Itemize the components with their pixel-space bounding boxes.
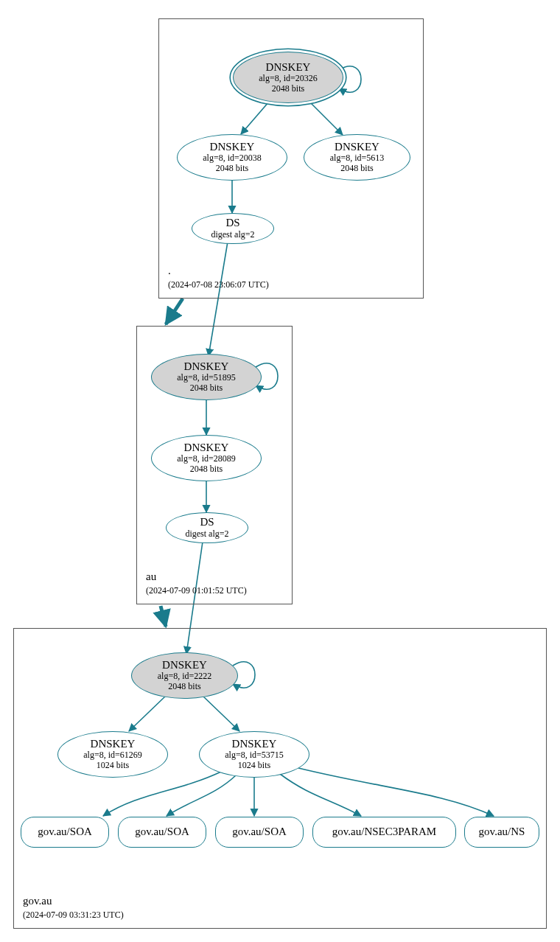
node-root-zsk2: DNSKEY alg=8, id=5613 2048 bits (304, 134, 410, 181)
node-title: gov.au/SOA (135, 826, 189, 838)
node-title: DNSKEY (232, 738, 277, 750)
node-line1: alg=8, id=20326 (259, 74, 318, 84)
node-title: DNSKEY (184, 442, 229, 454)
node-line2: 2048 bits (168, 682, 200, 692)
zone-name-govau: gov.au (23, 895, 52, 907)
node-line1: alg=8, id=51895 (177, 373, 236, 383)
node-au-ds: DS digest alg=2 (166, 512, 248, 543)
node-rr-nsec3param: gov.au/NSEC3PARAM (312, 817, 456, 848)
node-rr-soa2: gov.au/SOA (118, 817, 206, 848)
zone-name-root: . (168, 265, 171, 277)
node-govau-zsk1: DNSKEY alg=8, id=61269 1024 bits (57, 731, 168, 778)
node-govau-ksk: DNSKEY alg=8, id=2222 2048 bits (131, 652, 238, 699)
node-line1: alg=8, id=28089 (177, 454, 236, 464)
node-line2: 2048 bits (216, 164, 248, 174)
node-title: DNSKEY (184, 360, 229, 373)
node-govau-zsk2: DNSKEY alg=8, id=53715 1024 bits (199, 731, 309, 778)
node-title: gov.au/SOA (38, 826, 92, 838)
node-line1: alg=8, id=2222 (158, 671, 212, 682)
zone-ts-au: (2024-07-09 01:01:52 UTC) (146, 585, 247, 596)
node-line2: 2048 bits (190, 383, 223, 394)
node-line1: alg=8, id=20038 (203, 153, 262, 164)
node-line2: 2048 bits (340, 164, 373, 174)
node-line1: digest alg=2 (185, 529, 228, 540)
node-rr-soa1: gov.au/SOA (21, 817, 109, 848)
node-title: DNSKEY (335, 141, 379, 153)
node-root-zsk1: DNSKEY alg=8, id=20038 2048 bits (177, 134, 287, 181)
node-au-ksk: DNSKEY alg=8, id=51895 2048 bits (151, 354, 262, 400)
node-line1: alg=8, id=53715 (225, 750, 284, 761)
node-rr-ns: gov.au/NS (464, 817, 539, 848)
node-line1: alg=8, id=5613 (330, 153, 385, 164)
node-title: DS (200, 516, 214, 528)
zone-name-au: au (146, 571, 156, 583)
node-line2: 1024 bits (97, 761, 129, 771)
node-line2: 2048 bits (272, 84, 304, 94)
zone-box-govau: gov.au (2024-07-09 03:31:23 UTC) (13, 628, 547, 929)
node-root-ds: DS digest alg=2 (192, 213, 274, 244)
node-line2: 1024 bits (238, 761, 270, 771)
node-title: DNSKEY (91, 738, 136, 750)
node-au-zsk: DNSKEY alg=8, id=28089 2048 bits (151, 435, 262, 481)
node-line2: 2048 bits (190, 464, 223, 475)
node-line1: digest alg=2 (211, 230, 254, 240)
node-title: DNSKEY (162, 659, 207, 671)
node-title: gov.au/NSEC3PARAM (332, 826, 436, 838)
zone-ts-govau: (2024-07-09 03:31:23 UTC) (23, 910, 124, 921)
node-title: DNSKEY (210, 141, 255, 153)
node-title: DS (225, 217, 239, 229)
zone-ts-root: (2024-07-08 23:06:07 UTC) (168, 279, 269, 290)
node-title: gov.au/NS (479, 826, 525, 838)
node-root-ksk: DNSKEY alg=8, id=20326 2048 bits (233, 52, 343, 103)
node-title: gov.au/SOA (232, 826, 287, 838)
node-line1: alg=8, id=61269 (83, 750, 142, 761)
node-rr-soa3: gov.au/SOA (215, 817, 304, 848)
node-title: DNSKEY (266, 61, 311, 74)
